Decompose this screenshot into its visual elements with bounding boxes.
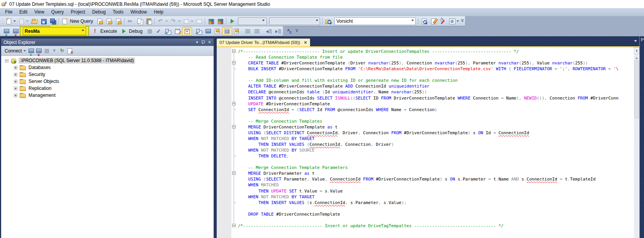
toolbar-overflow-2[interactable] [295, 29, 298, 33]
menu-item-debug[interactable]: Debug [89, 8, 109, 16]
copy-button[interactable] [135, 17, 144, 25]
web-browser-button[interactable] [447, 17, 460, 25]
redo-button[interactable] [169, 17, 182, 25]
decrease-indent-icon [266, 28, 272, 34]
toolbar-grip[interactable] [1, 18, 3, 25]
menu-item-file[interactable]: File [2, 8, 16, 16]
menu-item-help[interactable]: Help [150, 8, 167, 16]
save-button[interactable] [39, 17, 48, 25]
scrollbar-thumb[interactable] [634, 61, 639, 118]
expand-icon[interactable] [14, 80, 17, 83]
pin-icon[interactable] [201, 40, 205, 44]
parse-button[interactable] [154, 27, 164, 35]
fold-collapse-icon[interactable] [232, 61, 236, 64]
query-options-button[interactable] [173, 27, 182, 35]
collapse-icon[interactable] [5, 59, 8, 62]
expand-icon[interactable] [14, 66, 17, 69]
xmla-query-button[interactable] [114, 17, 123, 25]
menu-item-tools[interactable]: Tools [109, 8, 127, 16]
comment-button[interactable] [244, 27, 253, 35]
document-tab[interactable]: 07 Update Driver Te...(ITMAR\david (59))… [217, 39, 310, 46]
undo-button[interactable] [156, 17, 169, 25]
debug-button[interactable]: Debug [119, 27, 145, 35]
cancel-query-button[interactable] [145, 27, 154, 35]
xmla-query-icon [115, 18, 121, 24]
save-all-button[interactable] [48, 17, 57, 25]
code-area[interactable]: /*------------------------------ Insert … [217, 49, 634, 238]
expand-icon[interactable] [14, 87, 17, 90]
menu-item-project[interactable]: Project [67, 8, 89, 16]
mdx-query-button[interactable] [95, 17, 105, 25]
tab-close-icon[interactable]: ✕ [303, 40, 307, 45]
registered-servers-button[interactable] [216, 17, 225, 25]
uncomment-button[interactable] [253, 27, 262, 35]
toolbox-button[interactable] [438, 17, 447, 25]
find-in-files-button[interactable] [324, 17, 333, 25]
menu-item-query[interactable]: Query [48, 8, 67, 16]
add-item-button[interactable] [17, 17, 30, 25]
tree-item-security[interactable]: Security [1, 71, 214, 78]
client-statistics-button[interactable] [204, 27, 213, 35]
new-query-button[interactable]: New Query [60, 17, 95, 25]
toolbar-overflow[interactable] [461, 19, 464, 23]
properties-button[interactable] [429, 17, 438, 25]
navigate-forward-button[interactable] [194, 17, 204, 25]
database-combo[interactable]: ResMa [23, 27, 86, 35]
toolbar-combo-2[interactable] [269, 17, 320, 25]
splitter-handle[interactable]: ⇕ [634, 47, 639, 54]
toolbar-combo-1[interactable] [238, 17, 267, 25]
navigate-forward-icon [196, 18, 202, 24]
sql-editor[interactable]: /*------------------------------ Insert … [217, 47, 639, 238]
oe-filter-icon[interactable]: ▼ [51, 48, 57, 54]
new-connection-button[interactable] [4, 17, 17, 25]
cut-button[interactable] [126, 17, 135, 25]
tree-item-databases[interactable]: Databases [1, 64, 214, 71]
estimated-plan-button[interactable] [164, 27, 173, 35]
oe-refresh-icon[interactable]: ↻ [59, 48, 65, 54]
oe-disconnect-icon[interactable] [36, 48, 42, 54]
navigate-back-button[interactable] [182, 17, 194, 25]
fold-collapse-icon[interactable] [232, 224, 236, 227]
connect-dropdown[interactable]: Connect [3, 47, 27, 54]
template-parameters-button[interactable] [285, 27, 295, 35]
browser-combo[interactable]: Vorsicht [334, 17, 416, 25]
fold-collapse-icon[interactable] [232, 49, 236, 53]
tree-item--proconweb-sql-server-itmar-da[interactable]: .\PROCONWEB (SQL Server 11.0.5388 - ITMA… [1, 57, 214, 64]
connect-button[interactable] [2, 27, 11, 35]
menu-item-view[interactable]: View [31, 8, 48, 16]
paste-button[interactable] [144, 17, 153, 25]
oe-connect-icon[interactable] [28, 48, 34, 54]
menu-item-window[interactable]: Window [127, 8, 150, 16]
dmx-query-button[interactable] [105, 17, 114, 25]
change-connection-button[interactable] [11, 27, 20, 35]
results-to-text-button[interactable] [213, 27, 222, 35]
include-actual-plan-button[interactable] [194, 27, 204, 35]
results-to-grid-button[interactable] [222, 27, 232, 35]
expand-icon[interactable] [14, 94, 17, 97]
tree-item-server-objects[interactable]: Server Objects [1, 78, 214, 85]
start-button[interactable] [228, 17, 237, 25]
open-file-button[interactable] [30, 17, 39, 25]
menu-item-edit[interactable]: Edit [16, 8, 31, 16]
scroll-up-icon[interactable] [634, 55, 639, 60]
intellisense-button[interactable] [182, 27, 192, 35]
increase-indent-button[interactable] [274, 27, 283, 35]
fold-collapse-icon[interactable] [232, 125, 236, 128]
fold-collapse-icon[interactable] [232, 102, 236, 105]
fold-collapse-icon[interactable] [232, 171, 236, 175]
close-icon[interactable]: ✕ [208, 40, 211, 44]
results-to-file-button[interactable] [232, 27, 241, 35]
window-position-icon[interactable]: ▾ [196, 40, 198, 44]
tab-list-dropdown-icon[interactable] [634, 40, 637, 44]
find-symbol-button[interactable] [420, 17, 429, 25]
oe-stop-icon[interactable] [44, 48, 50, 54]
expand-icon[interactable] [14, 73, 17, 76]
tree-item-management[interactable]: Management [1, 92, 214, 99]
execute-button[interactable]: Execute [91, 27, 119, 35]
oe-script-error-icon[interactable] [67, 48, 73, 54]
decrease-indent-button[interactable] [265, 27, 274, 35]
collapsed-panel-strip[interactable]: P [639, 36, 644, 238]
activity-monitor-button[interactable] [206, 17, 216, 25]
tree-item-replication[interactable]: Replication [1, 85, 214, 92]
vertical-scrollbar[interactable]: ⇕ [634, 47, 639, 238]
